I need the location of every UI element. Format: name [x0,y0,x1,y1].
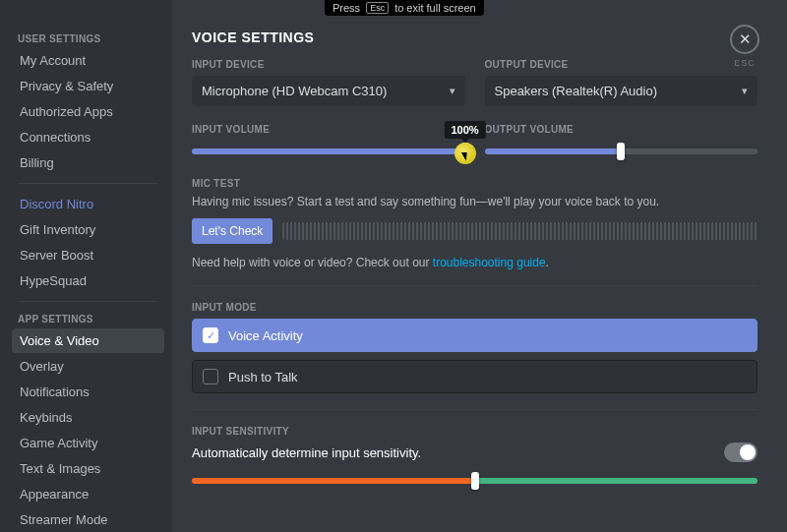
mode-option-label: Push to Talk [228,370,298,384]
sidebar-item-hypesquad[interactable]: HypeSquad [12,268,164,293]
close-button[interactable]: ✕ [730,25,759,54]
chevron-down-icon: ▾ [742,85,748,97]
input-volume-slider[interactable]: 100% [192,141,465,160]
main-content: ✕ ESC VOICE SETTINGS Input Device Microp… [172,0,787,532]
output-device-select[interactable]: Speakers (Realtek(R) Audio) ▾ [485,76,758,106]
sidebar-item-discord-nitro[interactable]: Discord Nitro [12,192,164,216]
slider-thumb[interactable] [471,472,479,490]
input-mode-voice-activity[interactable]: ✓ Voice Activity [192,319,757,352]
output-device-value: Speakers (Realtek(R) Audio) [495,84,657,98]
label-mic-test: Mic Test [192,178,757,189]
sidebar-item-voice-video[interactable]: Voice & Video [12,328,164,353]
settings-sidebar: User Settings My Account Privacy & Safet… [0,0,172,532]
slider-fill-high [475,478,758,484]
label-input-sensitivity: Input Sensitivity [192,426,757,437]
slider-fill-low [192,478,475,484]
slider-thumb[interactable] [617,143,625,160]
sidebar-item-billing[interactable]: Billing [12,150,164,175]
troubleshooting-link[interactable]: troubleshooting guide [433,256,546,269]
divider [192,285,757,286]
mode-option-label: Voice Activity [228,328,303,343]
troubleshoot-suffix: . [546,256,549,269]
mic-vu-meter [282,222,757,240]
sensitivity-slider[interactable] [192,470,757,490]
troubleshoot-prefix: Need help with voice or video? Check out… [192,256,433,269]
sidebar-item-game-activity[interactable]: Game Activity [12,431,164,455]
sidebar-item-my-account[interactable]: My Account [12,48,164,73]
sidebar-item-streamer-mode[interactable]: Streamer Mode [12,507,164,532]
sidebar-header-app: App Settings [12,310,164,328]
chevron-down-icon: ▾ [450,85,455,97]
sidebar-item-authorized-apps[interactable]: Authorized Apps [12,99,164,124]
slider-fill [192,148,465,154]
divider [192,409,757,410]
sidebar-header-user: User Settings [12,30,164,48]
sidebar-item-overlay[interactable]: Overlay [12,354,164,379]
checkbox-icon [203,369,218,384]
sidebar-item-text-images[interactable]: Text & Images [12,456,164,481]
input-device-select[interactable]: Microphone (HD Webcam C310) ▾ [192,76,465,106]
sidebar-item-server-boost[interactable]: Server Boost [12,243,164,267]
sidebar-item-keybinds[interactable]: Keybinds [12,405,164,430]
slider-fill [485,148,622,154]
auto-sensitivity-label: Automatically determine input sensitivit… [192,445,421,460]
label-output-volume: Output Volume [485,124,758,135]
checkbox-icon: ✓ [203,327,218,343]
sidebar-item-gift-inventory[interactable]: Gift Inventory [12,217,164,242]
troubleshoot-text: Need help with voice or video? Check out… [192,256,757,269]
sidebar-separator [18,183,158,184]
toggle-knob [740,444,756,460]
sidebar-item-appearance[interactable]: Appearance [12,482,164,506]
page-title: VOICE SETTINGS [192,30,757,45]
label-output-device: Output Device [485,59,758,70]
label-input-device: Input Device [192,59,465,70]
sidebar-item-connections[interactable]: Connections [12,125,164,149]
mic-test-help: Having mic issues? Start a test and say … [192,195,757,208]
slider-thumb[interactable] [461,143,469,160]
sidebar-item-notifications[interactable]: Notifications [12,380,164,404]
slider-tooltip: 100% [444,121,485,139]
label-input-mode: Input Mode [192,302,757,313]
close-icon: ✕ [739,30,752,48]
input-mode-push-to-talk[interactable]: Push to Talk [192,360,757,393]
auto-sensitivity-toggle[interactable] [724,443,757,462]
mic-test-button[interactable]: Let's Check [192,218,272,244]
input-device-value: Microphone (HD Webcam C310) [202,84,387,98]
close-esc-label: ESC [730,58,759,68]
sidebar-separator [18,301,158,302]
label-input-volume: Input Volume [192,124,465,135]
sidebar-item-privacy-safety[interactable]: Privacy & Safety [12,74,164,98]
output-volume-slider[interactable] [485,141,758,160]
